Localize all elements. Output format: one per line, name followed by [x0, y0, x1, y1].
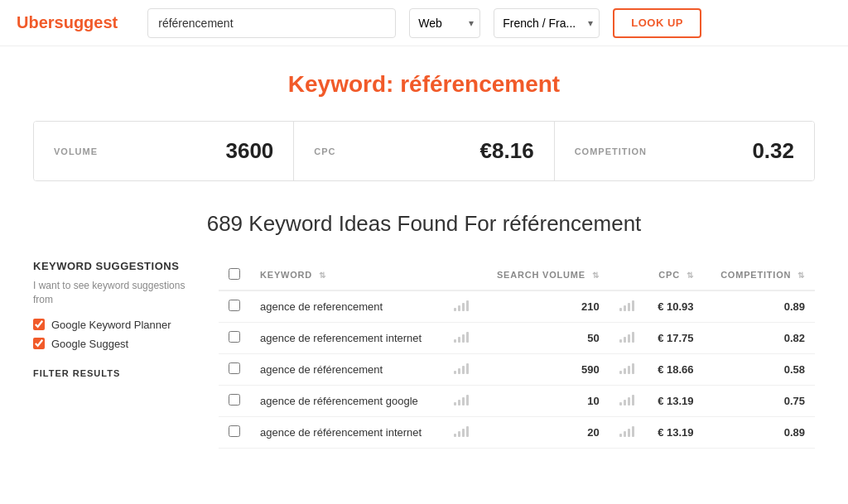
language-select[interactable]: French / Fra... English / En...: [494, 8, 600, 38]
bar-seg3: [462, 303, 465, 311]
row-competition: 0.89: [704, 417, 815, 449]
bar-seg2: [458, 368, 460, 374]
col-vol-bar: [444, 260, 479, 290]
bar-seg2: [624, 400, 626, 406]
keyword-sort-icon[interactable]: ⇅: [319, 271, 326, 280]
bar-seg3: [462, 429, 465, 437]
row-checkbox[interactable]: [229, 300, 240, 311]
ideas-count: 689: [207, 211, 243, 236]
cpc-bar-icon: [619, 331, 634, 343]
bar-seg3: [628, 397, 630, 406]
filter-results-label: FILTER RESULTS: [33, 368, 199, 378]
search-volume-sort-icon[interactable]: ⇅: [592, 271, 600, 280]
col-cpc: CPC ⇅: [644, 260, 704, 290]
table-body: agence de referencement 210 € 10.93: [219, 290, 815, 449]
cpc-label: CPC: [314, 146, 335, 156]
row-cpc: € 13.19: [644, 417, 704, 449]
language-select-wrap: French / Fra... English / En... ▾: [494, 8, 600, 38]
vol-bar-icon: [454, 394, 469, 406]
bar-seg4: [632, 300, 634, 311]
table-row: agence de referencement internet 50: [219, 323, 815, 354]
table-header: KEYWORD ⇅ SEARCH VOLUME ⇅ CPC ⇅: [219, 260, 815, 290]
bar-seg4: [632, 395, 634, 406]
row-keyword: agence de referencement internet: [250, 323, 444, 354]
gkp-checkbox-row: Google Keyword Planner: [33, 319, 199, 331]
volume-label: VOLUME: [54, 146, 98, 156]
gs-checkbox[interactable]: [33, 338, 45, 349]
volume-card: VOLUME 3600: [34, 122, 294, 180]
bar-seg2: [458, 305, 460, 311]
bar-seg1: [454, 339, 456, 343]
row-cpc-bar: [610, 323, 644, 354]
web-select-wrap: Web Images News ▾: [409, 8, 480, 38]
row-keyword: agence de référencement: [250, 354, 444, 386]
bar-seg2: [624, 368, 626, 374]
row-cpc-bar: [610, 386, 644, 417]
keyword-value: référencement: [400, 71, 560, 97]
select-all-checkbox[interactable]: [229, 268, 240, 280]
row-vol-bar: [444, 417, 479, 449]
row-checkbox-cell: [219, 290, 250, 323]
web-select[interactable]: Web Images News: [409, 8, 480, 38]
bar-seg4: [466, 395, 469, 406]
keyword-prefix: Keyword:: [288, 71, 400, 97]
cpc-bar-icon: [619, 300, 634, 311]
row-competition: 0.89: [704, 290, 815, 323]
row-competition: 0.82: [704, 323, 815, 354]
row-checkbox[interactable]: [229, 331, 240, 343]
bar-seg3: [628, 303, 630, 311]
row-checkbox[interactable]: [229, 425, 240, 437]
col-competition: COMPETITION ⇅: [704, 260, 815, 290]
gkp-checkbox[interactable]: [33, 319, 45, 330]
col-cpc-label: CPC: [658, 270, 680, 280]
bar-seg1: [619, 371, 622, 374]
bar-seg2: [458, 431, 460, 437]
row-cpc: € 18.66: [644, 354, 704, 386]
competition-sort-icon[interactable]: ⇅: [797, 271, 805, 280]
table-row: agence de référencement google 10 €: [219, 386, 815, 417]
row-checkbox[interactable]: [229, 362, 240, 374]
row-vol-bar: [444, 354, 479, 386]
keyword-suggestions-sidebar: KEYWORD SUGGESTIONS I want to see keywor…: [33, 260, 199, 378]
bar-seg4: [632, 426, 634, 437]
keyword-table-wrap: KEYWORD ⇅ SEARCH VOLUME ⇅ CPC ⇅: [219, 260, 815, 449]
row-vol-bar: [444, 323, 479, 354]
row-vol-bar: [444, 386, 479, 417]
ideas-heading: 689 Keyword Ideas Found For référencemen…: [33, 211, 815, 237]
lookup-button[interactable]: LOOK UP: [613, 8, 701, 38]
col-search-volume-label: SEARCH VOLUME: [497, 270, 585, 280]
bar-seg3: [628, 366, 630, 374]
bar-seg1: [454, 308, 456, 311]
stats-row: VOLUME 3600 CPC €8.16 COMPETITION 0.32: [33, 121, 815, 181]
cpc-bar-icon: [619, 394, 634, 406]
row-cpc-bar: [610, 417, 644, 449]
cpc-sort-icon[interactable]: ⇅: [687, 271, 694, 280]
row-cpc: € 10.93: [644, 290, 704, 323]
row-search-volume: 10: [479, 386, 610, 417]
bar-seg3: [462, 334, 465, 343]
bar-seg2: [624, 337, 626, 343]
bar-seg3: [628, 334, 630, 343]
col-search-volume: SEARCH VOLUME ⇅: [479, 260, 610, 290]
search-input[interactable]: [147, 8, 396, 38]
bar-seg1: [619, 434, 622, 437]
header: Ubersuggest Web Images News ▾ French / F…: [0, 0, 848, 46]
bar-seg4: [466, 426, 469, 437]
gs-checkbox-row: Google Suggest: [33, 338, 199, 350]
row-cpc-bar: [610, 354, 644, 386]
col-keyword: KEYWORD ⇅: [250, 260, 444, 290]
bar-seg4: [466, 332, 469, 343]
bar-seg1: [454, 371, 456, 374]
bar-seg1: [454, 434, 456, 437]
row-keyword: agence de référencement google: [250, 386, 444, 417]
cpc-value: €8.16: [480, 138, 534, 164]
bar-seg2: [624, 431, 626, 437]
col-competition-label: COMPETITION: [720, 270, 791, 280]
col-keyword-label: KEYWORD: [260, 270, 312, 280]
logo: Ubersuggest: [17, 13, 118, 32]
row-checkbox[interactable]: [229, 394, 240, 406]
bar-seg1: [619, 402, 622, 406]
volume-value: 3600: [225, 138, 273, 164]
bar-seg3: [462, 366, 465, 374]
bar-seg1: [454, 402, 456, 406]
